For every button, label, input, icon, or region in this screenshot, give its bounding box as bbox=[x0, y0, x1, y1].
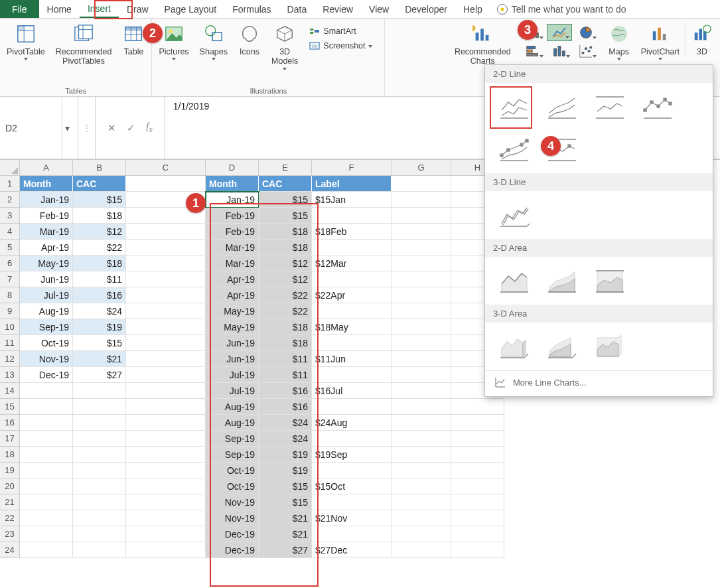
cell[interactable] bbox=[451, 415, 504, 431]
cell[interactable]: Mar-19 bbox=[206, 240, 259, 256]
cell[interactable]: $16Jul bbox=[312, 383, 392, 399]
cell[interactable]: $18 bbox=[259, 319, 312, 335]
cell[interactable]: $22 bbox=[73, 240, 126, 256]
cell[interactable]: Nov-19 bbox=[20, 351, 73, 367]
cell[interactable]: $18 bbox=[73, 208, 126, 224]
cell[interactable]: $27 bbox=[73, 367, 126, 383]
chart-opt-line[interactable] bbox=[496, 91, 533, 123]
cell[interactable]: Mar-19 bbox=[20, 224, 73, 240]
cell[interactable]: Sep-19 bbox=[206, 447, 259, 463]
cell[interactable]: $19 bbox=[73, 319, 126, 335]
cell[interactable] bbox=[73, 447, 126, 463]
row-header-21[interactable]: 21 bbox=[0, 494, 20, 510]
row-header-4[interactable]: 4 bbox=[0, 224, 20, 240]
chart-type-pie-dropdown[interactable] bbox=[573, 24, 599, 41]
more-line-charts-link[interactable]: More Line Charts... bbox=[485, 370, 713, 394]
insert-function-icon[interactable]: fx bbox=[146, 121, 153, 135]
chart-opt-3d-100-stacked-area[interactable] bbox=[591, 331, 628, 362]
cell[interactable]: $18 bbox=[259, 240, 312, 256]
pivotchart-button[interactable]: PivotChart bbox=[636, 20, 685, 62]
cell[interactable] bbox=[20, 478, 73, 494]
cell[interactable]: Oct-19 bbox=[20, 335, 73, 351]
chart-opt-3d-stacked-area[interactable] bbox=[543, 331, 581, 362]
row-header-18[interactable]: 18 bbox=[0, 447, 20, 463]
row-header-11[interactable]: 11 bbox=[0, 335, 20, 351]
cell[interactable] bbox=[392, 192, 451, 208]
cell[interactable]: $16 bbox=[73, 287, 126, 303]
cell[interactable] bbox=[126, 176, 206, 192]
cell[interactable] bbox=[126, 431, 206, 447]
cell[interactable]: Sep-19 bbox=[20, 319, 73, 335]
cell[interactable] bbox=[126, 351, 206, 367]
cell[interactable]: May-19 bbox=[20, 256, 73, 271]
cell[interactable] bbox=[392, 224, 451, 240]
cell[interactable] bbox=[392, 335, 451, 351]
cell[interactable] bbox=[392, 208, 451, 224]
cell[interactable] bbox=[392, 240, 451, 256]
cell[interactable] bbox=[312, 526, 392, 542]
cell[interactable]: Label bbox=[312, 176, 392, 192]
cell[interactable] bbox=[392, 399, 451, 415]
chart-opt-stacked-line[interactable] bbox=[543, 91, 581, 123]
chart-opt-stacked-area[interactable] bbox=[543, 265, 581, 297]
cell[interactable] bbox=[312, 463, 392, 478]
cell[interactable] bbox=[451, 431, 504, 447]
recommended-charts-button[interactable]: ? Recommended Charts bbox=[449, 20, 516, 68]
cell[interactable]: CAC bbox=[259, 176, 312, 192]
cell[interactable] bbox=[312, 335, 392, 351]
cell[interactable] bbox=[312, 303, 392, 319]
cell[interactable] bbox=[392, 526, 451, 542]
cell[interactable] bbox=[126, 287, 206, 303]
cell[interactable]: Feb-19 bbox=[20, 208, 73, 224]
cell[interactable]: $27 bbox=[259, 542, 312, 558]
icons-button[interactable]: Icons bbox=[233, 20, 266, 58]
row-header-22[interactable]: 22 bbox=[0, 510, 20, 526]
cell[interactable]: Sep-19 bbox=[206, 431, 259, 447]
cell[interactable] bbox=[73, 526, 126, 542]
cell[interactable] bbox=[392, 431, 451, 447]
cell[interactable] bbox=[126, 303, 206, 319]
cell[interactable] bbox=[126, 478, 206, 494]
cell[interactable]: $21 bbox=[259, 526, 312, 542]
row-header-8[interactable]: 8 bbox=[0, 287, 20, 303]
cell[interactable]: $11 bbox=[259, 351, 312, 367]
cell[interactable] bbox=[451, 463, 504, 478]
cell[interactable] bbox=[392, 494, 451, 510]
chart-opt-stacked-line-markers[interactable] bbox=[496, 133, 533, 165]
cell[interactable] bbox=[126, 383, 206, 399]
cell[interactable] bbox=[392, 176, 451, 192]
cell[interactable] bbox=[392, 271, 451, 287]
cell[interactable]: $15 bbox=[73, 335, 126, 351]
smartart-button[interactable]: SmartArt bbox=[303, 24, 383, 38]
chart-opt-100-stacked-line[interactable] bbox=[591, 91, 628, 123]
cell[interactable] bbox=[20, 399, 73, 415]
cell[interactable]: Oct-19 bbox=[206, 463, 259, 478]
cell[interactable]: $11 bbox=[259, 367, 312, 383]
row-header-9[interactable]: 9 bbox=[0, 303, 20, 319]
tab-formulas[interactable]: Formulas bbox=[224, 0, 279, 18]
cell[interactable] bbox=[20, 447, 73, 463]
cell[interactable]: May-19 bbox=[206, 319, 259, 335]
cell[interactable]: $15Jan bbox=[312, 192, 392, 208]
cell[interactable] bbox=[451, 399, 504, 415]
tab-file[interactable]: File bbox=[0, 0, 39, 18]
cell[interactable] bbox=[126, 510, 206, 526]
cell[interactable]: Jan-19 bbox=[206, 192, 259, 208]
chart-opt-3d-area[interactable] bbox=[496, 331, 533, 362]
cell[interactable]: $12Mar bbox=[312, 256, 392, 271]
cell[interactable]: $27Dec bbox=[312, 542, 392, 558]
column-header-B[interactable]: B bbox=[73, 160, 126, 176]
row-header-24[interactable]: 24 bbox=[0, 542, 20, 558]
cell[interactable] bbox=[392, 367, 451, 383]
cell[interactable] bbox=[392, 463, 451, 478]
chart-opt-100-stacked-area[interactable] bbox=[591, 265, 628, 297]
cell[interactable]: Oct-19 bbox=[206, 478, 259, 494]
cell[interactable]: Aug-19 bbox=[20, 303, 73, 319]
recommended-pivottables-button[interactable]: Recommended PivotTables bbox=[50, 20, 117, 68]
name-box-dropdown-arrow-icon[interactable]: ▾ bbox=[62, 97, 72, 159]
cell[interactable]: $19 bbox=[259, 463, 312, 478]
cell[interactable]: $21 bbox=[73, 351, 126, 367]
cell[interactable]: $24 bbox=[259, 431, 312, 447]
cell[interactable]: Jan-19 bbox=[20, 192, 73, 208]
tab-developer[interactable]: Developer bbox=[397, 0, 455, 18]
